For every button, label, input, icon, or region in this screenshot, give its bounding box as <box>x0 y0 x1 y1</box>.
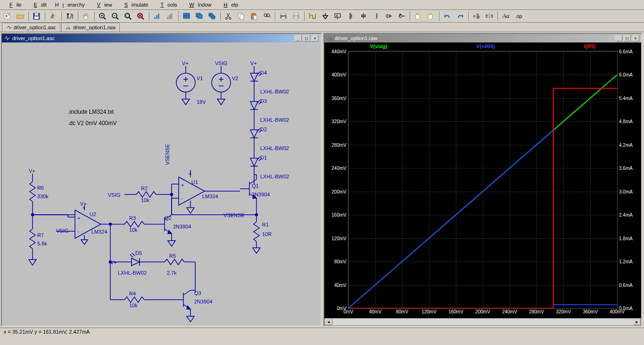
waveform-scrollbar[interactable]: ◄ ► <box>324 318 641 326</box>
scroll-left-button[interactable]: ◄ <box>325 319 332 325</box>
capacitor-button[interactable] <box>358 11 369 21</box>
menu-window[interactable]: Window <box>182 1 215 8</box>
zoom-back-button[interactable] <box>135 11 147 21</box>
plot-area[interactable]: V(vsig) V(n006) I(R5) 0mV0.0mA40mV0.6mA8… <box>324 42 641 318</box>
net-vplus-4[interactable]: V+ <box>80 201 87 207</box>
comp-v1-val[interactable]: 18V <box>197 99 206 105</box>
comp-r4-name[interactable]: R4 <box>129 291 136 296</box>
plot-trace[interactable] <box>348 88 617 308</box>
net-vplus-2[interactable]: V+ <box>250 60 257 66</box>
zoom-fit-button[interactable] <box>123 11 134 21</box>
comp-q2-name[interactable]: Q2 <box>165 215 172 221</box>
comp-r6-val[interactable]: 330k <box>37 194 49 199</box>
print-setup-button[interactable] <box>290 11 302 21</box>
net-vsense-2[interactable]: VSENSE <box>223 212 245 218</box>
text-button[interactable]: Aa <box>500 11 512 21</box>
legend-trace-1[interactable]: V(vsig) <box>370 43 388 50</box>
new-schematic-button[interactable] <box>2 11 13 21</box>
menu-simulate[interactable]: Simulate <box>117 1 152 8</box>
comp-r3-val[interactable]: 10k <box>129 227 138 233</box>
comp-d1-val[interactable]: LXHL-BW02 <box>260 174 289 179</box>
comp-r1-val[interactable]: 10R <box>262 231 272 237</box>
legend-trace-3[interactable]: I(R5) <box>584 43 595 50</box>
spice-dc[interactable]: .dc V2 0mV 400mV <box>68 120 116 126</box>
comp-q1-name[interactable]: Q1 <box>252 183 259 189</box>
tile-button[interactable] <box>181 11 192 21</box>
menu-edit[interactable]: Edit <box>26 1 50 8</box>
net-vsig-3[interactable]: VSIG <box>56 228 68 234</box>
cascade-button[interactable] <box>194 11 205 21</box>
comp-d3-name[interactable]: D3 <box>260 98 267 104</box>
comp-u1-val[interactable]: LM324 <box>202 194 218 199</box>
comp-v1-name[interactable]: V1 <box>197 76 203 81</box>
net-vplus[interactable]: V+ <box>182 60 189 66</box>
close-button[interactable]: × <box>632 35 639 42</box>
comp-v2-name[interactable]: V2 <box>232 76 238 81</box>
control-panel-button[interactable] <box>48 11 59 21</box>
label-net-button[interactable]: A <box>332 11 344 21</box>
legend-trace-2[interactable]: V(n006) <box>476 43 495 50</box>
maximize-button[interactable]: □ <box>303 35 310 42</box>
find-button[interactable] <box>261 11 272 21</box>
schematic-titlebar[interactable]: driver_option1.asc _ □ × <box>2 34 321 42</box>
net-vsig-2[interactable]: VSIG <box>108 192 120 198</box>
move-button[interactable] <box>413 11 424 21</box>
component-button[interactable] <box>396 11 407 21</box>
rotate-button[interactable]: E <box>471 11 482 21</box>
paste-button[interactable] <box>248 11 260 21</box>
comp-d5-val[interactable]: LXHL-BW02 <box>118 270 147 276</box>
comp-q3-val[interactable]: 2N3904 <box>194 299 213 304</box>
zoom-in-button[interactable] <box>97 11 108 21</box>
waveform-titlebar[interactable]: driver_option1.raw _ □ × <box>324 34 641 42</box>
autorange-y-button[interactable] <box>165 11 176 21</box>
plot-canvas[interactable]: 0mV0.0mA40mV0.6mA80mV1.2mA120mV1.8mA160m… <box>348 51 618 309</box>
draw-wire-button[interactable] <box>307 11 318 21</box>
close-all-button[interactable] <box>206 11 218 21</box>
net-vplus-5[interactable]: V+ <box>110 260 117 265</box>
tab-schematic[interactable]: driver_option1.asc <box>2 23 60 32</box>
net-vsense[interactable]: VSENSE <box>165 144 170 165</box>
maximize-button[interactable]: □ <box>623 35 631 42</box>
mirror-button[interactable]: EE <box>484 11 495 21</box>
copy-button[interactable] <box>236 11 247 21</box>
comp-r6-name[interactable]: R6 <box>37 185 44 191</box>
comp-d4-name[interactable]: D4 <box>260 70 267 76</box>
comp-r3-name[interactable]: R3 <box>129 215 136 221</box>
comp-r4-val[interactable]: 10k <box>129 303 138 308</box>
comp-q3-name[interactable]: Q3 <box>194 290 201 296</box>
autorange-x-button[interactable] <box>152 11 163 21</box>
comp-q1-val[interactable]: 2N3904 <box>252 192 270 197</box>
minimize-button[interactable]: _ <box>615 35 622 42</box>
comp-r1-name[interactable]: R1 <box>262 222 269 227</box>
spice-include[interactable]: .include LM324.txt <box>68 109 114 115</box>
net-vplus-3[interactable]: V+ <box>29 168 35 174</box>
spice-directive-button[interactable]: .op <box>513 11 524 21</box>
drag-button[interactable] <box>425 11 437 21</box>
comp-u1-name[interactable]: U1 <box>191 179 198 185</box>
comp-r7-name[interactable]: R7 <box>37 232 44 238</box>
open-button[interactable] <box>15 11 26 21</box>
comp-u2-val[interactable]: LM324 <box>91 229 107 235</box>
comp-r2-name[interactable]: R2 <box>141 185 148 191</box>
resistor-button[interactable] <box>345 11 356 21</box>
tab-waveform[interactable]: driver_option1.raw <box>61 23 120 32</box>
run-button[interactable] <box>64 11 75 21</box>
save-button[interactable] <box>31 11 42 21</box>
schematic-canvas[interactable]: +- + +- + <box>2 42 321 326</box>
comp-r2-val[interactable]: 10k <box>141 197 149 203</box>
menu-hierarchy[interactable]: Hierarchy <box>51 1 89 8</box>
comp-d5-name[interactable]: D5 <box>135 250 142 256</box>
minimize-button[interactable]: _ <box>294 35 302 42</box>
menu-view[interactable]: View <box>90 1 116 8</box>
comp-r5-name[interactable]: R5 <box>169 253 176 259</box>
zoom-out-button[interactable] <box>110 11 121 21</box>
net-vsig[interactable]: VSIG <box>215 60 227 66</box>
comp-d3-val[interactable]: LXHL-BW02 <box>260 117 289 123</box>
comp-r7-val[interactable]: 5.6k <box>37 241 47 246</box>
comp-d2-val[interactable]: LXHL-BW02 <box>260 145 289 151</box>
pan-button[interactable] <box>81 11 92 21</box>
menu-tools[interactable]: Tools <box>153 1 181 8</box>
comp-d2-name[interactable]: D2 <box>260 126 267 132</box>
menu-help[interactable]: Help <box>216 1 242 8</box>
cut-button[interactable] <box>223 11 234 21</box>
